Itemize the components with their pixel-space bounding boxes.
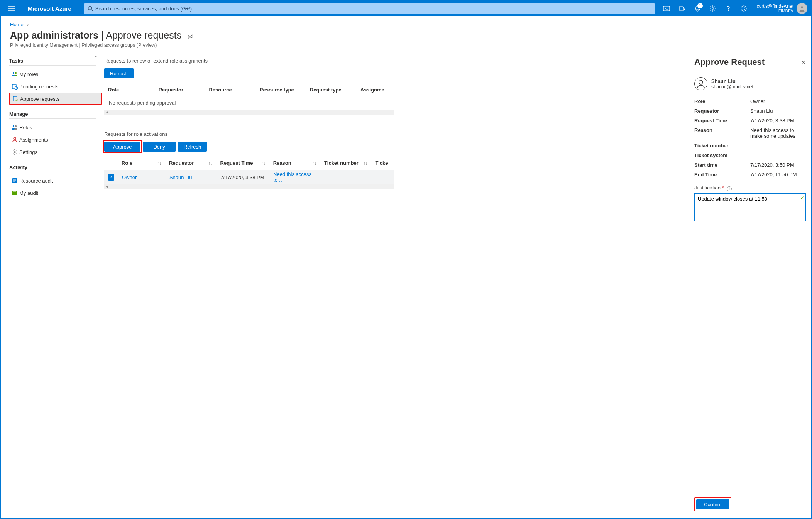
col-requestor[interactable]: Requestor bbox=[155, 87, 205, 93]
sort-icon[interactable]: ↑↓ bbox=[364, 161, 368, 166]
justification-input[interactable] bbox=[695, 194, 805, 221]
svg-point-16 bbox=[14, 151, 15, 153]
cloud-shell-icon[interactable] bbox=[659, 1, 674, 16]
col-ticket-number[interactable]: Ticket number↑↓ bbox=[320, 160, 371, 166]
sort-icon[interactable]: ↑↓ bbox=[208, 161, 213, 166]
global-search[interactable] bbox=[84, 3, 655, 14]
deny-button[interactable]: Deny bbox=[143, 142, 175, 152]
sidebar: « Tasks My roles Pending requests Approv… bbox=[1, 52, 100, 518]
my-roles-icon bbox=[10, 71, 19, 77]
approve-button[interactable]: Approve bbox=[104, 142, 140, 152]
pin-icon[interactable] bbox=[187, 33, 193, 39]
sidebar-item-approve-requests[interactable]: Approve requests bbox=[9, 93, 102, 105]
row-time: 7/17/2020, 3:38 PM bbox=[220, 174, 264, 180]
row-role[interactable]: Owner bbox=[122, 174, 137, 180]
col-request-time[interactable]: Request Time↑↓ bbox=[217, 160, 269, 166]
refresh-renew-button[interactable]: Refresh bbox=[104, 68, 134, 78]
row-requestor[interactable]: Shaun Liu bbox=[169, 174, 192, 180]
search-input[interactable] bbox=[95, 6, 651, 12]
help-icon[interactable] bbox=[721, 1, 736, 16]
sort-icon[interactable]: ↑↓ bbox=[157, 161, 161, 166]
content-area: Home › App administrators | Approve requ… bbox=[1, 16, 811, 518]
svg-rect-12 bbox=[13, 96, 17, 101]
col-resource[interactable]: Resource bbox=[205, 87, 255, 93]
sidebar-item-pending-requests[interactable]: Pending requests bbox=[9, 80, 102, 93]
activate-grid: Role↑↓ Requestor↑↓ Request Time↑↓ Reason… bbox=[104, 156, 394, 189]
feedback-icon[interactable] bbox=[736, 1, 751, 16]
svg-point-13 bbox=[13, 125, 14, 127]
col-role[interactable]: Role bbox=[104, 87, 155, 93]
account-block[interactable]: curtis@fimdev.net FIMDEV bbox=[751, 4, 797, 13]
col-checkbox[interactable] bbox=[104, 160, 118, 166]
sidebar-item-label: Pending requests bbox=[19, 84, 58, 90]
sidebar-item-label: Settings bbox=[19, 149, 37, 155]
person-icon bbox=[694, 77, 707, 90]
sidebar-item-label: Approve requests bbox=[20, 96, 59, 102]
confirm-button[interactable]: Confirm bbox=[696, 499, 729, 509]
notifications-icon[interactable]: 1 bbox=[690, 1, 705, 16]
settings-icon[interactable] bbox=[705, 1, 721, 16]
sidebar-item-label: My roles bbox=[19, 71, 38, 77]
justification-field-wrap: ✓ bbox=[694, 193, 806, 221]
renew-grid: Role Requestor Resource Resource type Re… bbox=[104, 84, 394, 115]
hamburger-icon[interactable] bbox=[4, 6, 19, 11]
resource-audit-icon bbox=[10, 178, 19, 184]
sidebar-item-label: Resource audit bbox=[19, 178, 53, 184]
top-bar: Microsoft Azure 1 curtis@fimdev.net FIMD… bbox=[1, 1, 811, 16]
sidebar-group-manage: Manage bbox=[9, 111, 96, 119]
sort-icon[interactable]: ↑↓ bbox=[261, 161, 266, 166]
directories-icon[interactable] bbox=[674, 1, 690, 16]
account-email: curtis@fimdev.net bbox=[757, 4, 793, 9]
svg-point-0 bbox=[88, 7, 91, 10]
topbar-right-icons: 1 curtis@fimdev.net FIMDEV bbox=[655, 1, 811, 16]
sidebar-item-my-audit[interactable]: My audit bbox=[9, 187, 102, 199]
sort-icon[interactable]: ↑↓ bbox=[312, 161, 316, 166]
row-reason[interactable]: Need this access to … bbox=[273, 171, 316, 183]
sidebar-item-roles[interactable]: Roles bbox=[9, 121, 102, 134]
assignments-icon bbox=[10, 137, 19, 143]
chevron-right-icon: › bbox=[27, 22, 29, 27]
col-assignment[interactable]: Assignme bbox=[357, 87, 394, 93]
col-resource-type[interactable]: Resource type bbox=[255, 87, 306, 93]
renew-scrollbar[interactable] bbox=[104, 110, 394, 115]
page-header: App administrators | Approve requests bbox=[1, 30, 811, 42]
search-icon bbox=[88, 6, 93, 11]
info-icon[interactable]: i bbox=[727, 186, 732, 191]
avatar[interactable] bbox=[797, 3, 807, 14]
svg-rect-1 bbox=[663, 6, 670, 11]
svg-point-8 bbox=[13, 72, 14, 74]
breadcrumb: Home › bbox=[1, 16, 811, 30]
refresh-activate-button[interactable]: Refresh bbox=[178, 142, 207, 152]
col-requestor[interactable]: Requestor↑↓ bbox=[165, 160, 216, 166]
col-request-type[interactable]: Request type bbox=[306, 87, 357, 93]
sidebar-item-resource-audit[interactable]: Resource audit bbox=[9, 174, 102, 187]
validation-check-icon: ✓ bbox=[799, 194, 805, 221]
breadcrumb-home[interactable]: Home bbox=[10, 22, 24, 27]
roles-icon bbox=[10, 124, 19, 130]
col-reason[interactable]: Reason↑↓ bbox=[269, 160, 320, 166]
pending-icon bbox=[10, 83, 19, 90]
collapse-sidebar-icon[interactable]: « bbox=[95, 54, 97, 59]
sidebar-item-label: My audit bbox=[19, 190, 38, 196]
col-role[interactable]: Role↑↓ bbox=[118, 160, 165, 166]
brand-label[interactable]: Microsoft Azure bbox=[19, 5, 80, 12]
sidebar-item-my-roles[interactable]: My roles bbox=[9, 68, 102, 80]
sidebar-item-assignments[interactable]: Assignments bbox=[9, 134, 102, 146]
page-subtitle: Privileged Identity Management | Privile… bbox=[1, 42, 811, 52]
svg-point-2 bbox=[712, 8, 713, 9]
account-tenant: FIMDEV bbox=[778, 9, 793, 13]
svg-point-19 bbox=[699, 80, 703, 84]
sidebar-item-settings[interactable]: Settings bbox=[9, 146, 102, 158]
row-checkbox[interactable]: ✓ bbox=[108, 174, 114, 181]
my-audit-icon bbox=[10, 190, 19, 196]
requestor-block: Shaun Liu shauliu@fimdev.net bbox=[694, 73, 806, 96]
svg-point-9 bbox=[15, 72, 17, 74]
sidebar-item-label: Roles bbox=[19, 125, 32, 130]
approve-request-blade: Approve Request ✕ Shaun Liu shauliu@fimd… bbox=[689, 52, 811, 518]
col-ticket-system[interactable]: Ticke bbox=[372, 160, 394, 166]
activate-scrollbar[interactable] bbox=[104, 184, 394, 189]
page-title: App administrators | Approve requests bbox=[10, 30, 181, 41]
close-icon[interactable]: ✕ bbox=[801, 59, 806, 66]
sidebar-group-tasks: Tasks bbox=[9, 58, 96, 66]
table-row[interactable]: ✓ Owner Shaun Liu 7/17/2020, 3:38 PM Nee… bbox=[104, 170, 394, 184]
